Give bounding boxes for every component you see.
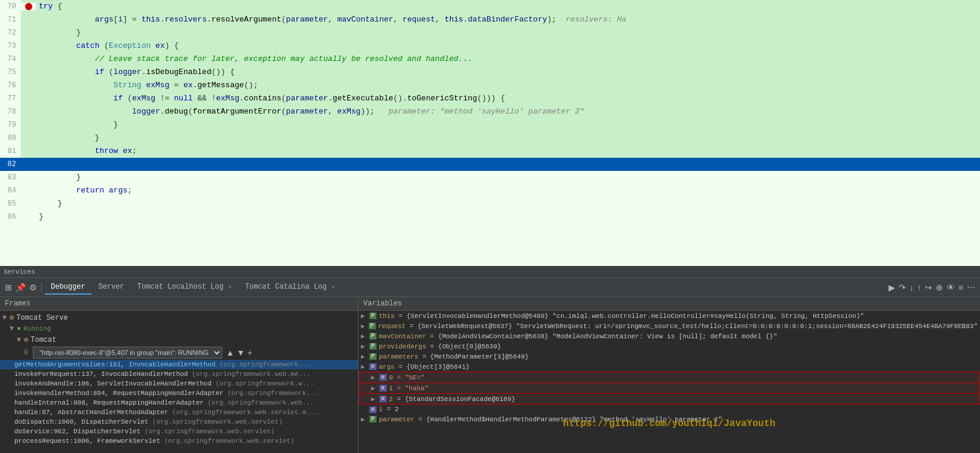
type-badge-args-1: ≡ [379,385,387,391]
code-line-78: 78 logger.debug(formatArgumentError(para… [0,105,980,118]
code-editor: 70 try { 71 args[i] = this.resolvers.res… [0,0,980,266]
code-line-70: 70 try { [0,0,980,13]
frame-org-4: (org.springframework.web... [207,399,314,406]
tree-item-running[interactable]: ▼ ● Running [0,323,358,334]
expand-this[interactable]: ▶ [361,312,369,320]
stack-frame-7[interactable]: doService:962, DispatcherServlet (org.sp… [0,427,358,436]
type-badge-parameter: P [369,416,376,423]
stack-frame-6[interactable]: doDispatch:1060, DispatcherServlet (org.… [0,417,358,427]
tree-item-tomcat-sub[interactable]: ▼ ⚙ Tomcat [0,334,358,345]
code-line-82: 82 [0,158,980,171]
step-out-button[interactable]: ↑ [916,281,923,293]
tab-tomcat-localhost[interactable]: Tomcat Localhost Log ✕ [131,280,238,295]
tab-tomcat-localhost-close[interactable]: ✕ [228,283,232,290]
tab-tomcat-localhost-label: Tomcat Localhost Log [137,283,223,291]
type-badge-i: ≡ [369,406,376,413]
var-row-mavcontainer[interactable]: ▶ P mavContainer = {ModelAndViewContaine… [359,331,980,341]
stack-frame-5[interactable]: handle:87, AbstractHandlerMethodAdapter … [0,408,358,417]
tab-server[interactable]: Server [93,280,130,295]
step-into-button[interactable]: ↓ [908,281,915,293]
thread-add-button[interactable]: + [246,347,253,359]
tree-arrow-tomcat: ▼ [2,314,10,322]
var-row-args-2[interactable]: ▶ ≡ 2 = {StandardSessionFacade@6169} [359,394,980,405]
expand-parameter[interactable]: ▶ [361,415,369,423]
var-row-args-1[interactable]: ▶ ≡ 1 = "haha" [359,383,980,394]
code-line-81: 81 throw ex; [0,145,980,158]
var-row-this[interactable]: ▶ P this = {ServletInvocableHandlerMetho… [359,311,980,321]
frames-panel: Frames ▼ ⚙ Tomcat Serve ▼ ● Running ▼ ⚙ … [0,297,359,453]
expand-mavcontainer[interactable]: ▶ [361,332,369,340]
code-line-75: 75 if (logger.isDebugEnabled()) { [0,66,980,79]
tab-tomcat-catalina[interactable]: Tomcat Catalina Log ✕ [239,280,341,295]
frame-org-7: (org.springframework.web.servlet) [145,428,275,435]
code-line-80: 80 } [0,131,980,145]
expand-providedargs[interactable]: ▶ [361,342,369,350]
tree-arrow-tomcat-sub: ▼ [17,336,24,344]
running-label: Running [23,325,51,332]
type-badge-args-0: ≡ [379,374,387,381]
type-badge-args-2: ≡ [379,396,387,402]
watches-button[interactable]: 👁 [945,281,956,293]
settings-button[interactable]: ⚙ [28,281,38,293]
step-over-button[interactable]: ↷ [898,281,907,293]
frame-label-1: invokeForRequest:137, InvocableHandlerMe… [14,371,192,378]
expand-args-0[interactable]: ▶ [371,374,379,381]
tab-debugger-label: Debugger [51,283,85,291]
thread-up-button[interactable]: ▲ [225,347,235,359]
expand-args-1[interactable]: ▶ [371,384,379,392]
evaluate-button[interactable]: ⊕ [935,281,944,293]
var-row-parameter[interactable]: ▶ P parameter = {HandlerMethod$HandlerMe… [359,414,980,424]
expand-request[interactable]: ▶ [361,322,369,330]
var-row-parameters[interactable]: ▶ P parameters = {MethodParameter[3]@564… [359,351,980,362]
expand-parameters[interactable]: ▶ [361,353,369,360]
thread-down-button[interactable]: ▼ [235,347,246,359]
expand-i [361,406,369,413]
code-line-71: 71 args[i] = this.resolvers.resolveArgum… [0,13,980,26]
expand-args-2[interactable]: ▶ [371,395,379,403]
code-line-86: 86 } [0,210,980,224]
stack-frame-4[interactable]: handleInternal:808, RequestMappingHandle… [0,398,358,408]
code-line-79: 79 } [0,118,980,131]
type-badge-provided: P [369,343,376,350]
frame-label-4: handleInternal:808, RequestMappingHandle… [14,399,207,406]
stack-frame-8[interactable]: processRequest:1006, FrameworkServlet (o… [0,436,358,446]
tree-item-tomcat-serve[interactable]: ▼ ⚙ Tomcat Serve [0,312,358,323]
code-line-74: 74 // Leave stack trace for later, excep… [0,53,980,66]
breakpoint-icon [25,3,32,10]
frame-org-5: (org.springframework.web.servlet.m... [172,409,318,416]
tab-server-label: Server [99,283,124,291]
toolbar-sep-1 [41,282,42,293]
frame-label-0: getMethodArgumentValues:181, InvocableHa… [14,361,219,368]
expand-args[interactable]: ▶ [361,363,369,371]
frames-header: Frames [0,297,358,311]
tab-debugger[interactable]: Debugger [45,280,91,295]
stack-frame-1[interactable]: invokeForRequest:137, InvocableHandlerMe… [0,369,358,379]
variables-header: Variables [359,297,980,311]
frame-org-6: (org.springframework.web.servlet) [152,418,283,426]
var-row-request[interactable]: ▶ P request = {ServletWebRequest@5637} "… [359,321,980,331]
frame-label-3: invokeHandlerMethod:894, RequestMappingH… [14,390,227,397]
var-row-args[interactable]: ▶ ≡ args = {Object[3]@5641} [359,362,980,372]
services-label: Services [4,268,35,276]
variables-panel: Variables ▶ P this = {ServletInvocableHa… [359,297,980,453]
type-badge-mav: P [369,333,376,339]
stack-frame-0[interactable]: getMethodArgumentValues:181, InvocableHa… [0,360,358,369]
var-row-providedargs[interactable]: ▶ P providedArgs = {Object[0]@5639} [359,341,980,351]
var-row-i[interactable]: ≡ i = 2 [359,405,980,414]
services-bar: Services [0,266,980,278]
resume-button[interactable]: ▶ [887,281,896,293]
stack-frame-2[interactable]: invokeAndHandle:106, ServletInvocableHan… [0,379,358,388]
tab-tomcat-catalina-close[interactable]: ✕ [332,283,335,290]
run-to-cursor-button[interactable]: ↪ [924,281,933,293]
thread-dropdown[interactable]: "http-nio-8080-exec-8"@5,407 in group "m… [33,347,222,359]
var-row-args-0[interactable]: ▶ ≡ 0 = "%E=" [359,372,980,383]
pin-button[interactable]: 📌 [14,281,27,293]
variables-content: ▶ P this = {ServletInvocableHandlerMetho… [359,311,980,453]
code-line-76: 76 String exMsg = ex.getMessage(); [0,79,980,92]
more-button[interactable]: ⋯ [966,281,976,293]
stack-frame-3[interactable]: invokeHandlerMethod:894, RequestMappingH… [0,388,358,398]
thread-row: G "http-nio-8080-exec-8"@5,407 in group … [0,345,358,360]
restore-layout-button[interactable]: ⊞ [4,281,13,293]
frame-org-2: (org.springframework.w... [216,380,314,387]
frames-view-button[interactable]: ≡ [957,281,964,293]
